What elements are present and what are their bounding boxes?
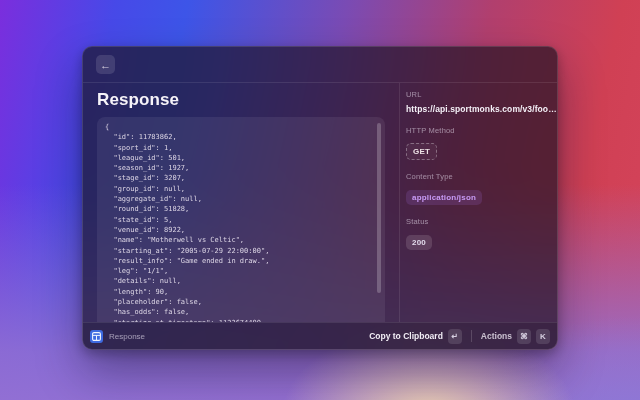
metadata-status: Status 200 (406, 217, 549, 250)
content-type-label: Content Type (406, 172, 549, 181)
k-key: K (536, 329, 550, 344)
metadata-url: URL https://api.sportmonks.com/v3/foo… (406, 90, 549, 114)
raycast-window: ← Response { "id": 11783862, "sport_id":… (82, 46, 558, 350)
copy-to-clipboard-button[interactable]: Copy to Clipboard ↵ (369, 329, 462, 344)
action-bar-divider (471, 330, 472, 342)
response-json-text: { "id": 11783862, "sport_id": 1, "league… (97, 117, 385, 322)
action-bar-left: Response (90, 330, 145, 343)
metadata-http-method: HTTP Method GET (406, 126, 549, 160)
extension-icon (90, 330, 103, 343)
command-key-icon: ⌘ (517, 329, 531, 344)
http-method-badge: GET (406, 143, 437, 160)
action-bar-right: Copy to Clipboard ↵ Actions ⌘ K (369, 329, 550, 344)
url-label: URL (406, 90, 549, 99)
status-label: Status (406, 217, 549, 226)
metadata-content-type: Content Type application/json (406, 172, 549, 205)
scrollbar-thumb[interactable] (377, 123, 381, 293)
json-viewer[interactable]: { "id": 11783862, "sport_id": 1, "league… (97, 117, 385, 322)
http-method-label: HTTP Method (406, 126, 549, 135)
metadata-panel: URL https://api.sportmonks.com/v3/foo… H… (399, 83, 557, 322)
status-badge: 200 (406, 235, 432, 250)
window-grid-glyph (92, 332, 101, 341)
window-header: ← (83, 47, 557, 83)
copy-to-clipboard-label: Copy to Clipboard (369, 331, 443, 341)
back-arrow-icon: ← (100, 56, 111, 74)
desktop-background: ← Response { "id": 11783862, "sport_id":… (0, 0, 640, 400)
actions-button[interactable]: Actions ⌘ K (481, 329, 550, 344)
back-button[interactable]: ← (96, 55, 115, 74)
action-bar: Response Copy to Clipboard ↵ Actions ⌘ K (83, 322, 557, 349)
footer-command-label: Response (109, 332, 145, 341)
response-panel: Response { "id": 11783862, "sport_id": 1… (83, 83, 399, 322)
page-title: Response (97, 90, 385, 110)
url-value: https://api.sportmonks.com/v3/foo… (406, 104, 549, 114)
window-body: Response { "id": 11783862, "sport_id": 1… (83, 83, 557, 322)
content-type-badge: application/json (406, 190, 482, 205)
actions-label: Actions (481, 331, 512, 341)
enter-key-icon: ↵ (448, 329, 462, 344)
